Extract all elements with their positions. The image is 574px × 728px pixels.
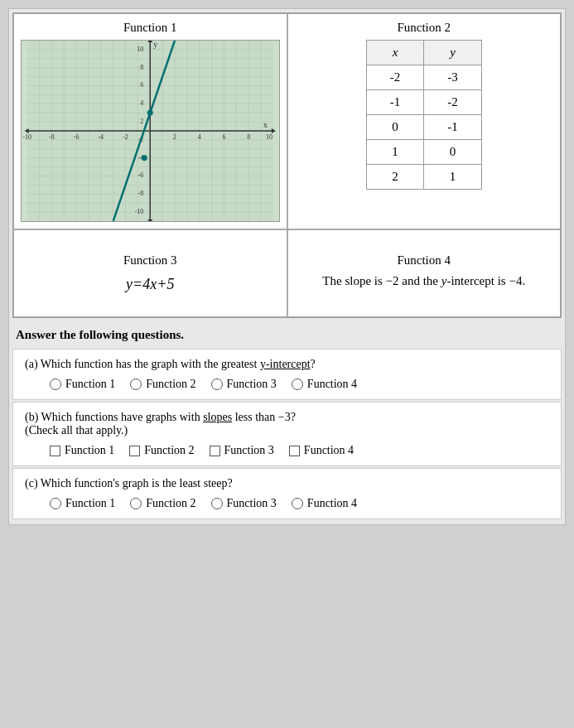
svg-text:-6: -6 [138, 171, 144, 179]
function4-title: Function 4 [303, 253, 546, 268]
question-c-text: (c) Which function's graph is the least … [25, 477, 549, 490]
option-c-f1[interactable]: Function 1 [50, 497, 115, 510]
answer-section: Answer the following questions. (a) Whic… [12, 328, 562, 519]
checkbox-b-f2[interactable] [129, 446, 140, 456]
function4-content: Function 4 The slope is −2 and the y-int… [295, 237, 554, 305]
radio-a-f4[interactable] [292, 378, 303, 390]
table-row: 21 [366, 165, 481, 190]
svg-text:4: 4 [140, 99, 143, 107]
option-a-f2-label: Function 2 [146, 378, 195, 391]
option-c-f2[interactable]: Function 2 [130, 497, 195, 510]
table-row: -2-3 [366, 65, 481, 90]
option-c-f3-label: Function 3 [227, 497, 277, 510]
question-c-block: (c) Which function's graph is the least … [12, 468, 562, 519]
table-row: -1-2 [366, 90, 481, 115]
table-row: 10 [366, 140, 481, 165]
table-header-x: x [366, 41, 424, 65]
function3-content: Function 3 y=4x+5 [21, 237, 280, 310]
option-a-f2[interactable]: Function 2 [130, 378, 195, 391]
function2-title: Function 2 [295, 21, 554, 35]
question-a-block: (a) Which function has the graph with th… [12, 349, 562, 400]
checkbox-b-f1[interactable] [50, 446, 60, 456]
table-cell-y: -1 [424, 115, 482, 140]
radio-c-f4[interactable] [292, 498, 303, 509]
svg-text:-8: -8 [138, 190, 144, 197]
option-a-f3-label: Function 3 [227, 378, 277, 391]
option-c-f4[interactable]: Function 4 [292, 497, 357, 510]
svg-point-68 [147, 110, 153, 116]
radio-a-f2[interactable] [130, 378, 142, 390]
table-cell-y: -3 [424, 65, 482, 90]
svg-text:10: 10 [137, 46, 143, 53]
questions-wrapper: (a) Which function has the graph with th… [12, 349, 562, 519]
option-a-f3[interactable]: Function 3 [211, 378, 277, 391]
option-b-f1[interactable]: Function 1 [50, 444, 114, 457]
question-c-options: Function 1 Function 2 Function 3 Functio… [25, 497, 549, 510]
svg-text:8: 8 [140, 64, 143, 71]
checkbox-b-f4[interactable] [289, 446, 300, 456]
option-c-f1-label: Function 1 [65, 497, 115, 510]
radio-a-f1[interactable] [50, 378, 61, 390]
option-c-f2-label: Function 2 [146, 497, 195, 510]
option-a-f4[interactable]: Function 4 [292, 378, 357, 391]
svg-text:-4: -4 [98, 133, 104, 141]
graph-svg: x y -10 -8 -6 -4 -2 2 4 6 8 10 [22, 41, 279, 221]
option-b-f4-label: Function 4 [304, 444, 354, 457]
option-b-f1-label: Function 1 [65, 444, 114, 457]
option-c-f4-label: Function 4 [307, 497, 357, 510]
option-a-f1-label: Function 1 [65, 378, 115, 391]
question-b-options: Function 1 Function 2 Function 3 Functio… [25, 444, 549, 457]
question-b-text: (b) Which functions have graphs with slo… [25, 411, 549, 437]
svg-text:8: 8 [247, 133, 250, 141]
option-a-f4-label: Function 4 [307, 378, 357, 391]
table-cell-x: 1 [366, 140, 424, 165]
answer-header: Answer the following questions. [16, 328, 558, 342]
table-cell-x: -1 [366, 90, 424, 115]
svg-text:-10: -10 [135, 208, 144, 215]
function1-title: Function 1 [21, 21, 280, 35]
function1-graph: x y -10 -8 -6 -4 -2 2 4 6 8 10 [21, 40, 280, 222]
radio-c-f1[interactable] [50, 498, 61, 509]
checkbox-b-f3[interactable] [210, 446, 220, 456]
svg-text:-8: -8 [49, 133, 55, 141]
radio-c-f2[interactable] [130, 498, 142, 509]
svg-text:10: 10 [266, 133, 273, 141]
svg-text:6: 6 [140, 81, 143, 89]
question-a-options: Function 1 Function 2 Function 3 Functio… [25, 378, 549, 391]
table-cell-x: 2 [366, 165, 424, 190]
table-cell-y: 1 [424, 165, 482, 190]
function3-title: Function 3 [29, 253, 272, 268]
question-a-text: (a) Which function has the graph with th… [25, 358, 549, 371]
svg-text:x: x [263, 120, 268, 129]
svg-text:2: 2 [140, 118, 143, 125]
main-container: Function 1 [8, 8, 566, 525]
function4-quadrant: Function 4 The slope is −2 and the y-int… [287, 229, 562, 317]
svg-text:-6: -6 [74, 133, 80, 141]
function1-quadrant: Function 1 [13, 13, 287, 229]
question-b-block: (b) Which functions have graphs with slo… [12, 402, 562, 466]
svg-text:4: 4 [198, 133, 201, 141]
svg-point-69 [142, 155, 147, 161]
table-row: 0-1 [366, 115, 481, 140]
option-b-f3[interactable]: Function 3 [210, 444, 274, 457]
option-c-f3[interactable]: Function 3 [211, 497, 277, 510]
function2-quadrant: Function 2 x y -2-3-1-20-11021 [287, 13, 562, 229]
svg-text:-10: -10 [22, 133, 31, 141]
radio-a-f3[interactable] [211, 378, 223, 390]
functions-grid: Function 1 [12, 12, 562, 318]
table-header-y: y [424, 41, 482, 65]
option-b-f2[interactable]: Function 2 [129, 444, 194, 457]
option-b-f2-label: Function 2 [144, 444, 194, 457]
function3-equation: y=4x+5 [29, 276, 272, 293]
radio-c-f3[interactable] [211, 498, 223, 509]
table-cell-y: 0 [424, 140, 482, 165]
table-cell-x: -2 [366, 65, 424, 90]
function4-description: The slope is −2 and the y-intercept is −… [303, 274, 546, 288]
function3-quadrant: Function 3 y=4x+5 [13, 229, 287, 317]
option-a-f1[interactable]: Function 1 [50, 378, 115, 391]
svg-text:y: y [153, 41, 157, 49]
option-b-f3-label: Function 3 [224, 444, 274, 457]
svg-text:-2: -2 [123, 133, 128, 141]
option-b-f4[interactable]: Function 4 [289, 444, 354, 457]
table-cell-y: -2 [424, 90, 482, 115]
